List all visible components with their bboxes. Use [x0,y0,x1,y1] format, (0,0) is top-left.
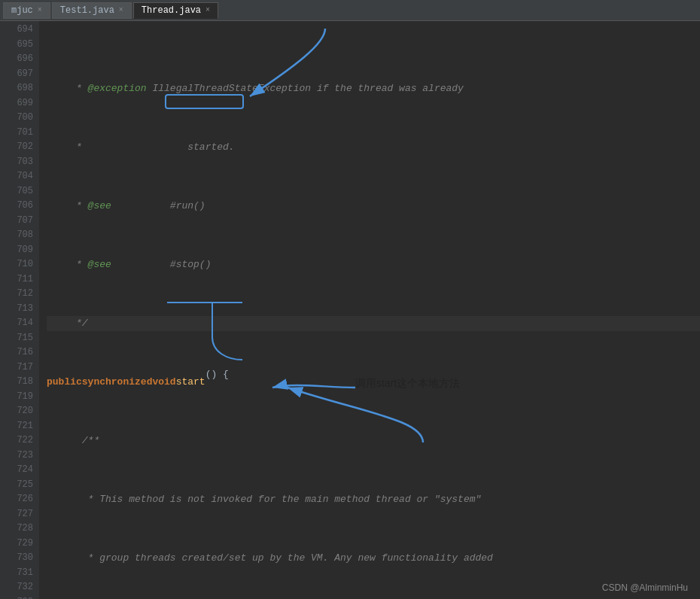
tab-thread[interactable]: Thread.java × [133,2,218,19]
code-line-696: * @see #run() [47,199,700,214]
synchronized-box [165,94,244,109]
annotation-arrows [39,21,700,599]
overlay: 调用start这个本地方法 [39,21,700,599]
code-line-697: * @see #stop() [47,257,700,272]
editor-area: 694 695 696 697 698 699 700 701 702 703 … [0,21,700,599]
watermark: CSDN @AlminminHu [602,582,688,593]
code-line-694: * @exception IllegalThreadStateException… [47,81,700,96]
code-line-699: public synchronized void start() { [47,375,700,390]
tab-thread-close[interactable]: × [205,6,210,14]
tab-thread-label: Thread.java [142,5,201,16]
code-line-702: * group threads created/set up by the VM… [47,551,700,566]
tab-mjuc-label: mjuc [11,5,33,16]
tab-bar: mjuc × Test1.java × Thread.java × [0,0,700,21]
code-line-701: * This method is not invoked for the mai… [47,492,700,507]
tab-test1-label: Test1.java [60,5,114,16]
tab-mjuc[interactable]: mjuc × [3,2,50,19]
code-line-698: */ [47,316,700,331]
tab-test1[interactable]: Test1.java × [52,2,132,19]
code-line-695: * started. [47,140,700,155]
tab-test1-close[interactable]: × [119,6,123,14]
tab-mjuc-close[interactable]: × [38,6,42,14]
code-line-700: /** [47,433,700,448]
line-numbers: 694 695 696 697 698 699 700 701 702 703 … [0,21,39,599]
code-content: * @exception IllegalThreadStateException… [39,21,700,599]
